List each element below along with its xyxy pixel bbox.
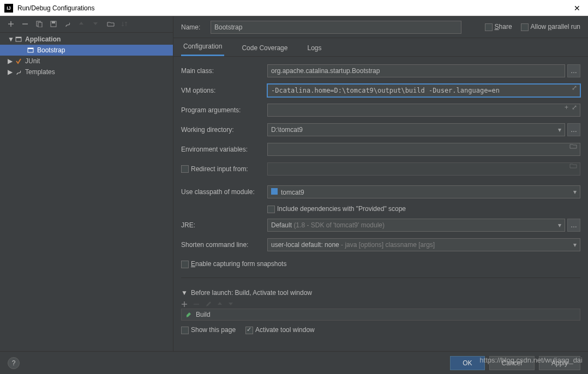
application-icon <box>27 47 35 53</box>
expand-icon[interactable]: ▶ <box>8 68 13 76</box>
working-dir-label: Working directory: <box>181 126 267 134</box>
tabs: Configuration Code Coverage Logs <box>173 38 588 57</box>
before-launch-title: Before launch: Build, Activate tool wind… <box>191 289 312 297</box>
name-row: Name: SSharehare Allow parallel run <box>173 16 588 38</box>
tab-code-coverage[interactable]: Code Coverage <box>239 40 290 56</box>
build-icon <box>185 311 193 318</box>
collapse-icon[interactable]: ▼ <box>181 289 188 297</box>
show-page-checkbox[interactable]: Show this page <box>181 326 236 334</box>
name-input[interactable] <box>211 21 461 34</box>
tree-node-junit[interactable]: ▶ JUnit <box>0 56 173 67</box>
apply-button[interactable]: Apply <box>539 356 580 370</box>
down-icon <box>93 21 100 28</box>
program-args-input[interactable] <box>267 104 580 117</box>
svg-rect-1 <box>38 22 42 27</box>
main-class-label: Main class: <box>181 67 267 75</box>
working-dir-input[interactable]: D:\tomcat9▾ <box>267 123 565 136</box>
svg-rect-7 <box>28 48 33 49</box>
tree-node-bootstrap[interactable]: Bootstrap <box>0 45 173 56</box>
tree-node-application[interactable]: ▼ Application <box>0 34 173 45</box>
help-button[interactable]: ? <box>8 357 20 369</box>
divider <box>181 278 580 278</box>
add-icon[interactable] <box>181 301 188 307</box>
parallel-checkbox[interactable]: Allow parallel run <box>521 23 580 31</box>
cancel-button[interactable]: Cancel <box>489 356 535 370</box>
shorten-select[interactable]: user-local default: none - java [options… <box>267 238 580 251</box>
remove-icon <box>193 301 200 307</box>
sort-icon <box>121 21 129 28</box>
chevron-down-icon[interactable]: ▾ <box>558 221 561 229</box>
include-provided-checkbox[interactable]: Include dependencies with "Provided" sco… <box>267 205 406 213</box>
before-launch-item-label: Build <box>196 311 211 318</box>
tab-logs[interactable]: Logs <box>305 40 323 56</box>
expand-icon[interactable]: ⤢ <box>572 84 577 92</box>
env-vars-input[interactable] <box>267 143 580 156</box>
application-icon <box>15 36 23 43</box>
module-icon <box>271 188 278 195</box>
tree-label: JUnit <box>25 57 40 65</box>
up-icon <box>217 301 223 307</box>
config-tree: ▼ Application Bootstrap ▶ JUnit ▶ Templa… <box>0 33 173 351</box>
before-launch-toolbar <box>181 299 580 309</box>
share-checkbox[interactable]: SSharehare <box>485 23 512 31</box>
chevron-down-icon[interactable]: ▾ <box>573 241 577 249</box>
chevron-down-icon[interactable]: ▾ <box>558 126 561 134</box>
tree-label: Bootstrap <box>37 46 65 54</box>
wrench-icon[interactable] <box>64 21 72 28</box>
up-icon <box>79 21 86 28</box>
redirect-input <box>267 162 580 176</box>
browse-button[interactable]: … <box>567 219 580 232</box>
folder-icon <box>569 162 577 168</box>
add-icon[interactable]: + <box>565 104 568 111</box>
add-icon[interactable] <box>8 21 15 28</box>
config-form: Main class: org.apache.catalina.startup.… <box>173 57 588 287</box>
activate-checkbox[interactable]: Activate tool window <box>245 326 315 334</box>
classpath-label: Use classpath of module: <box>181 188 267 196</box>
ok-button[interactable]: OK <box>450 356 484 370</box>
window-title: Run/Debug Configurations <box>17 4 571 12</box>
sidebar-toolbar <box>0 16 173 33</box>
before-launch-panel: ▼ Before launch: Build, Activate tool wi… <box>173 287 588 336</box>
redirect-checkbox[interactable]: Redirect input from: <box>181 165 248 173</box>
folder-icon[interactable] <box>107 21 115 28</box>
program-args-label: Program arguments: <box>181 106 267 114</box>
copy-icon[interactable] <box>36 21 44 28</box>
tree-label: Templates <box>25 68 55 76</box>
chevron-down-icon[interactable]: ▾ <box>573 188 577 196</box>
junit-icon <box>15 58 23 64</box>
content-panel: Name: SSharehare Allow parallel run Conf… <box>173 16 588 351</box>
jre-label: JRE: <box>181 221 267 229</box>
app-icon: IJ <box>4 4 13 13</box>
jre-select[interactable]: Default (1.8 - SDK of 'tomcat9' module)▾ <box>267 219 565 232</box>
name-label: Name: <box>181 23 205 31</box>
expand-icon[interactable]: ▼ <box>8 35 13 43</box>
main-class-input[interactable]: org.apache.catalina.startup.Bootstrap <box>267 64 565 77</box>
classpath-select[interactable]: tomcat9▾ <box>267 185 580 198</box>
before-launch-item[interactable]: Build <box>181 309 580 321</box>
svg-rect-5 <box>16 37 21 38</box>
browse-button[interactable]: … <box>567 123 580 136</box>
browse-button[interactable]: … <box>567 64 580 77</box>
wrench-icon <box>15 69 23 75</box>
svg-rect-3 <box>52 21 55 23</box>
before-launch-header[interactable]: ▼ Before launch: Build, Activate tool wi… <box>181 287 580 299</box>
env-vars-label: Environment variables: <box>181 146 267 153</box>
sidebar: ▼ Application Bootstrap ▶ JUnit ▶ Templa… <box>0 16 173 351</box>
folder-icon[interactable] <box>569 143 577 149</box>
titlebar: IJ Run/Debug Configurations ✕ <box>0 0 588 16</box>
tree-label: Application <box>25 35 61 43</box>
vm-options-label: VM options: <box>181 87 267 94</box>
vm-options-input[interactable]: -Dcatalina.home=D:\tomcat9\output\build … <box>267 84 580 97</box>
shorten-label: Shorten command line: <box>181 241 267 249</box>
tab-configuration[interactable]: Configuration <box>181 38 224 56</box>
snapshots-checkbox[interactable]: Enable capturing form snapshots <box>181 260 286 268</box>
tree-node-templates[interactable]: ▶ Templates <box>0 67 173 77</box>
redirect-label: Redirect input from: <box>181 165 267 173</box>
close-icon[interactable]: ✕ <box>571 4 584 13</box>
expand-icon[interactable]: ⤢ <box>572 104 577 111</box>
down-icon <box>228 301 233 307</box>
save-icon[interactable] <box>50 21 58 28</box>
footer: ? OK Cancel Apply <box>0 351 588 374</box>
remove-icon[interactable] <box>22 21 29 28</box>
expand-icon[interactable]: ▶ <box>8 57 13 65</box>
